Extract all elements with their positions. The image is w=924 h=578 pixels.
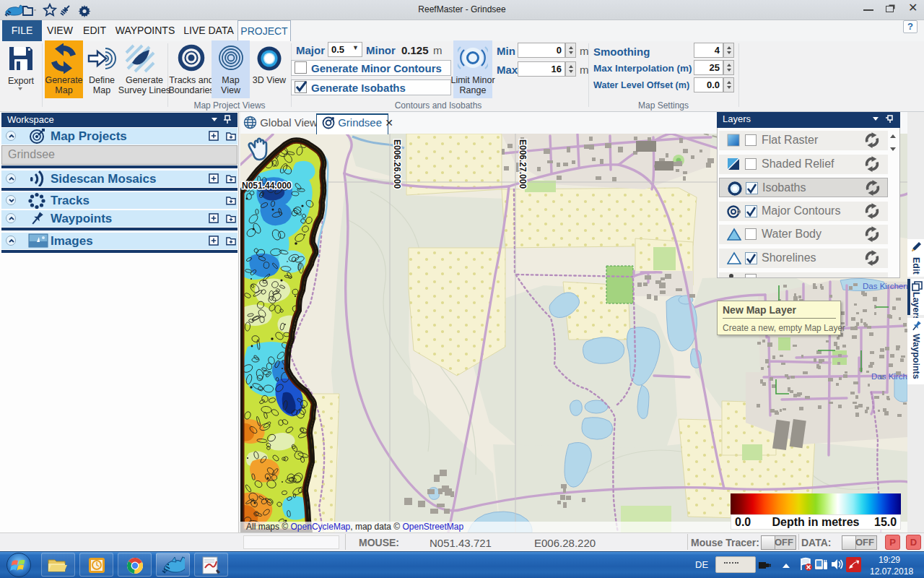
svg-text:E006.27.000: E006.27.000 bbox=[518, 139, 528, 189]
svg-text:N051.44.000: N051.44.000 bbox=[242, 181, 292, 191]
svg-text:E006.26.000: E006.26.000 bbox=[392, 139, 402, 189]
svg-text:Das Kirchen: Das Kirchen bbox=[863, 282, 907, 290]
svg-text:Das Kirchen: Das Kirchen bbox=[871, 372, 907, 381]
